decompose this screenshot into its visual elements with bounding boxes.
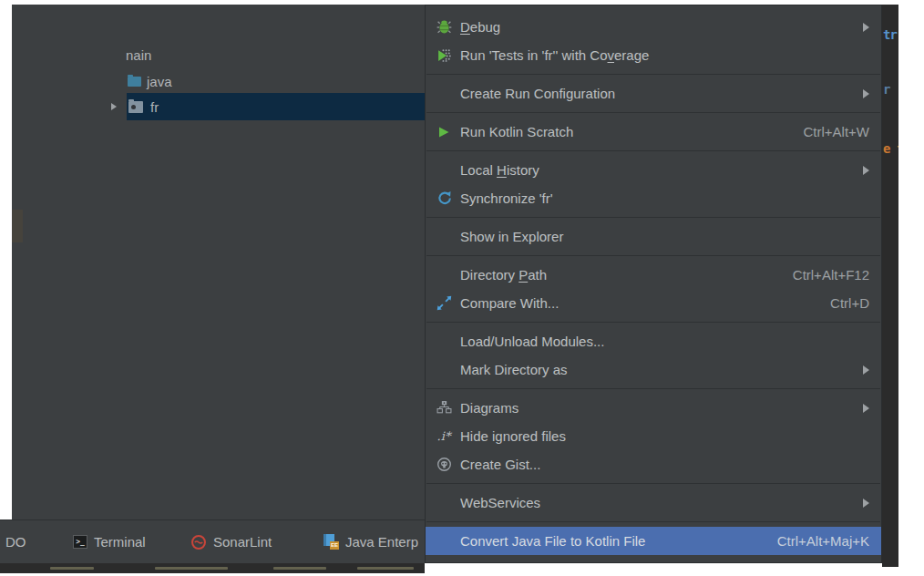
menu-item-show-in-explorer[interactable]: Show in Explorer	[426, 222, 881, 251]
menu-item-label: Hide ignored files	[460, 428, 869, 444]
menu-separator	[426, 255, 880, 256]
submenu-arrow-icon	[863, 404, 869, 413]
menu-item-label: Create Gist...	[460, 457, 869, 472]
folder-java-icon	[128, 77, 141, 87]
submenu-arrow-icon	[863, 166, 869, 175]
hide-ignored-icon: .i*	[433, 430, 455, 442]
menu-separator	[426, 217, 880, 218]
tree-item-label: java	[147, 74, 172, 89]
menu-item-label: Mark Directory as	[460, 362, 850, 377]
menu-item-label: Directory Path	[460, 267, 771, 283]
submenu-arrow-icon	[863, 499, 869, 508]
tree-item-java[interactable]: java	[12, 68, 425, 94]
code-fragment: tr	[883, 27, 897, 42]
context-menu: DebugRun 'Tests in 'fr'' with CoverageCr…	[425, 5, 882, 563]
editor-code-sliver: trre f	[882, 5, 898, 567]
menu-item-compare-with[interactable]: Compare With...Ctrl+D	[426, 289, 881, 317]
menu-item-label: Local History	[460, 162, 850, 178]
menu-separator	[426, 483, 880, 484]
javaee-icon: EE	[323, 534, 339, 550]
menu-item-label: Synchronize 'fr'	[460, 190, 869, 206]
menu-item-label: Diagrams	[460, 400, 850, 416]
menu-item-load-unload-modules[interactable]: Load/Unload Modules...	[426, 327, 881, 355]
code-fragment: r	[883, 82, 889, 97]
menu-item-mark-directory-as[interactable]: Mark Directory as	[426, 355, 881, 384]
menu-item-shortcut: Ctrl+Alt+W	[803, 124, 869, 139]
terminal-icon: >_	[73, 535, 87, 549]
menu-item-label: Load/Unload Modules...	[460, 334, 869, 349]
menu-item-webservices[interactable]: WebServices	[426, 489, 881, 517]
menu-item-synchronize-fr[interactable]: Synchronize 'fr'	[426, 184, 881, 212]
menu-item-label: Convert Java File to Kotlin File	[460, 533, 755, 549]
submenu-arrow-icon	[863, 23, 869, 32]
menu-item-local-history[interactable]: Local History	[426, 156, 881, 184]
menu-separator	[426, 150, 880, 151]
menu-item-convert-java-file-to-kotlin-file[interactable]: Convert Java File to Kotlin FileCtrl+Alt…	[426, 527, 881, 555]
run-coverage-icon	[433, 47, 455, 63]
sonarlint-icon	[190, 534, 207, 550]
menu-item-label: Show in Explorer	[460, 229, 869, 244]
diagrams-icon	[433, 400, 455, 416]
tree-item-label: nain	[126, 47, 151, 63]
menu-item-label: Run Kotlin Scratch	[460, 124, 781, 139]
tool-window-button-sonarlint[interactable]: SonarLint	[190, 520, 272, 563]
tree-item-fr[interactable]: fr	[12, 93, 425, 120]
menu-item-label: Compare With...	[460, 295, 808, 311]
tool-window-button-label: DO	[5, 534, 26, 550]
menu-item-hide-ignored-files[interactable]: .i*Hide ignored files	[426, 422, 881, 450]
tool-window-button-label: Java Enterp	[345, 534, 418, 550]
tool-window-button-label: Terminal	[94, 534, 146, 550]
menu-separator	[426, 521, 880, 522]
compare-icon	[433, 295, 455, 311]
tool-window-button-label: SonarLint	[213, 534, 272, 550]
run-icon	[433, 125, 455, 139]
tool-window-button-java-enterp[interactable]: EEJava Enterp	[323, 520, 418, 563]
menu-item-label: Run 'Tests in 'fr'' with Coverage	[460, 47, 869, 63]
menu-item-debug[interactable]: Debug	[426, 13, 881, 41]
menu-item-shortcut: Ctrl+Alt+Maj+K	[777, 533, 869, 549]
sync-icon	[433, 190, 455, 206]
menu-item-create-run-configuration[interactable]: Create Run Configuration	[426, 79, 881, 108]
menu-item-shortcut: Ctrl+Alt+F12	[793, 267, 869, 283]
chevron-right-icon[interactable]	[111, 103, 117, 110]
menu-item-run-tests-in-fr-with-coverage[interactable]: Run 'Tests in 'fr'' with Coverage	[426, 41, 881, 69]
debug-icon	[433, 19, 455, 35]
menu-item-run-kotlin-scratch[interactable]: Run Kotlin ScratchCtrl+Alt+W	[426, 118, 881, 146]
cut-off-row	[0, 563, 425, 573]
tool-window-button-terminal[interactable]: >_Terminal	[73, 520, 146, 563]
tool-window-stripe-button[interactable]	[12, 210, 23, 242]
menu-item-diagrams[interactable]: Diagrams	[426, 394, 881, 422]
project-tree-panel: nain java fr	[12, 5, 425, 519]
menu-item-label: WebServices	[460, 495, 850, 510]
tree-item-label: fr	[150, 99, 159, 115]
code-fragment: e f	[883, 141, 898, 156]
menu-item-create-gist[interactable]: Create Gist...	[426, 450, 881, 478]
page: { "tree": { "items": [ { "id": "main", "…	[0, 0, 924, 576]
submenu-arrow-icon	[863, 365, 869, 375]
menu-separator	[426, 322, 880, 323]
menu-item-label: Create Run Configuration	[460, 86, 850, 101]
menu-item-label: Debug	[460, 19, 850, 35]
folder-fr-icon	[128, 101, 143, 113]
menu-separator	[426, 74, 880, 75]
menu-item-shortcut: Ctrl+D	[830, 295, 869, 311]
menu-separator	[426, 388, 880, 389]
tree-item-main[interactable]: nain	[12, 42, 425, 67]
menu-item-directory-path[interactable]: Directory PathCtrl+Alt+F12	[426, 261, 881, 289]
gist-icon	[433, 457, 455, 472]
tool-window-button-do[interactable]: DO	[5, 520, 26, 563]
menu-separator	[426, 112, 880, 113]
submenu-arrow-icon	[863, 89, 869, 98]
